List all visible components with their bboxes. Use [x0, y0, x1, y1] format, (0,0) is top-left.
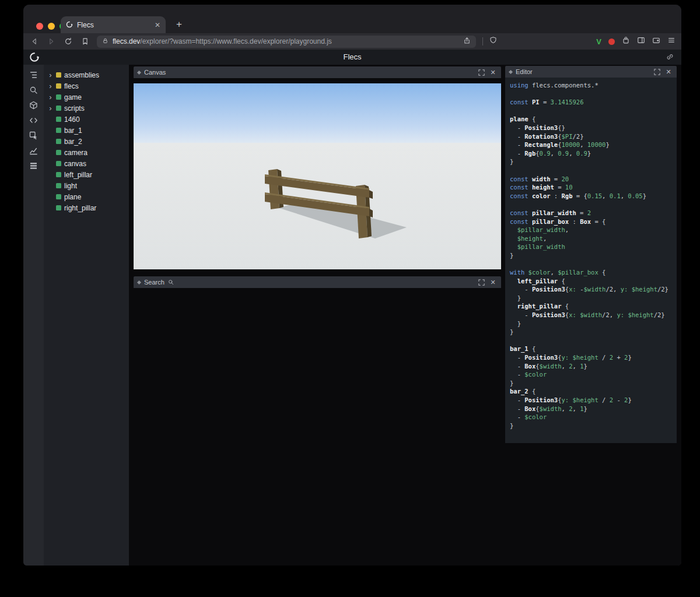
forward-button[interactable] [46, 36, 57, 47]
extension-cluster: V [596, 36, 676, 47]
search-icon[interactable] [27, 85, 41, 94]
code-line: - $color [510, 370, 672, 379]
entity-color-square [56, 150, 61, 155]
tool-sidebar [23, 65, 44, 566]
code-line: } [510, 251, 672, 260]
entity-color-square [56, 183, 61, 188]
expand-arrow-icon[interactable]: › [48, 103, 53, 114]
browser-tab-flecs[interactable]: Flecs ✕ [61, 16, 166, 33]
panel-marker-icon [137, 70, 141, 74]
tree-item-right_pillar[interactable]: right_pillar [44, 202, 129, 213]
search-magnifier-icon [168, 277, 174, 287]
browser-toolbar: flecs.dev/explorer/?wasm=https://www.fle… [23, 33, 681, 50]
lock-icon [102, 36, 108, 47]
code-line: - Rectangle{10000, 10000} [510, 141, 672, 149]
share-link-icon[interactable] [666, 52, 674, 64]
tree-item-bar_1[interactable]: bar_1 [44, 125, 129, 136]
tab-title: Flecs [77, 21, 150, 29]
reload-button[interactable] [63, 36, 74, 47]
canvas-panel-title: Canvas [144, 69, 166, 76]
editor-panel-title: Editor [516, 68, 533, 75]
code-line: plane { [510, 115, 672, 124]
tree-item-plane[interactable]: plane [44, 191, 129, 202]
entity-color-square [56, 139, 61, 144]
share-icon[interactable] [463, 36, 471, 47]
tree-item-game[interactable]: ›game [44, 92, 129, 103]
tree-item-bar_2[interactable]: bar_2 [44, 136, 129, 147]
new-tab-button[interactable]: + [172, 17, 187, 32]
code-line: - Position3{x: -$width/2, y: $height/2} [510, 285, 672, 294]
3d-viewport[interactable] [134, 83, 501, 269]
inspect-icon[interactable] [27, 131, 41, 140]
entity-color-square [56, 94, 61, 100]
tree-item-flecs[interactable]: ›flecs [44, 80, 129, 92]
code-line: - $color [510, 413, 672, 422]
bookmark-icon[interactable] [80, 36, 90, 47]
entity-color-square [56, 161, 61, 166]
tree-item-label: flecs [64, 82, 79, 90]
editor-panel-header[interactable]: Editor ✕ [505, 66, 677, 78]
tab-close-icon[interactable]: ✕ [155, 21, 160, 29]
tree-item-1460[interactable]: 1460 [44, 114, 129, 125]
shield-icon[interactable] [489, 36, 497, 47]
wallet-icon[interactable] [652, 36, 660, 47]
expand-arrow-icon[interactable]: › [48, 80, 53, 92]
search-fullscreen-icon[interactable] [477, 278, 485, 286]
canvas-panel: Canvas ✕ [134, 66, 501, 269]
expand-arrow-icon[interactable]: › [48, 69, 53, 80]
search-panel: Search ✕ [134, 276, 501, 288]
canvas-close-icon[interactable]: ✕ [489, 68, 497, 76]
code-line: const pillar_width = 2 [510, 209, 672, 217]
browser-tab-bar: Flecs ✕ + [23, 5, 681, 33]
editor-close-icon[interactable]: ✕ [664, 68, 673, 76]
menu-icon[interactable] [667, 36, 676, 47]
tree-item-assemblies[interactable]: ›assemblies [44, 69, 129, 80]
code-line: - Box{$width, 2, 1} [510, 405, 672, 413]
editor-code[interactable]: using flecs.components.* const PI = 3.14… [505, 78, 677, 443]
code-line: right_pillar { [510, 302, 672, 311]
stats-icon[interactable] [27, 146, 41, 155]
code-line [510, 200, 672, 209]
entities-cube-icon[interactable] [27, 100, 41, 110]
search-close-icon[interactable]: ✕ [489, 278, 497, 286]
close-window-button[interactable] [36, 23, 43, 30]
tree-item-scripts[interactable]: ›scripts [44, 103, 129, 114]
tree-item-label: 1460 [64, 115, 80, 124]
code-line: with $color, $pillar_box { [510, 268, 672, 277]
back-button[interactable] [29, 36, 40, 47]
code-line: - Box{$width, 2, 1} [510, 362, 672, 371]
extensions-puzzle-icon[interactable] [622, 36, 630, 47]
expand-arrow-icon[interactable]: › [48, 92, 53, 103]
code-line [510, 166, 672, 175]
canvas-fullscreen-icon[interactable] [477, 68, 485, 76]
url-text: flecs.dev/explorer/?wasm=https://www.fle… [113, 37, 459, 45]
extension-red-icon[interactable] [608, 38, 615, 45]
search-panel-header[interactable]: Search ✕ [134, 276, 501, 288]
tree-item-label: camera [64, 149, 88, 157]
code-line [510, 107, 672, 115]
tree-item-left_pillar[interactable]: left_pillar [44, 169, 129, 180]
code-icon[interactable] [27, 115, 41, 125]
tab-favicon-icon [66, 20, 73, 30]
minimize-window-button[interactable] [48, 23, 55, 30]
code-line: - Position3{y: $height / 2 - 2} [510, 396, 672, 405]
url-path: /explorer/?wasm=https://www.flecs.dev/ex… [140, 37, 331, 45]
queries-icon[interactable] [27, 161, 41, 170]
tree-item-canvas[interactable]: canvas [44, 158, 129, 169]
code-line: } [510, 319, 672, 328]
editor-fullscreen-icon[interactable] [653, 68, 661, 76]
canvas-panel-header[interactable]: Canvas ✕ [134, 66, 501, 78]
extension-v-icon[interactable]: V [596, 37, 601, 46]
tree-item-camera[interactable]: camera [44, 147, 129, 158]
content-area: Canvas ✕ [129, 65, 681, 566]
code-line: using flecs.components.* [510, 81, 672, 90]
side-panel-icon[interactable] [637, 36, 645, 47]
code-line [510, 259, 672, 268]
entity-color-square [56, 172, 61, 177]
code-line: const pillar_box : Box = { [510, 217, 672, 226]
entity-tree-icon[interactable] [27, 70, 41, 79]
tree-item-light[interactable]: light [44, 180, 129, 191]
address-bar[interactable]: flecs.dev/explorer/?wasm=https://www.fle… [97, 36, 476, 48]
entity-color-square [56, 117, 61, 122]
main-area: ›assemblies›flecs›game›scripts1460bar_1b… [23, 65, 681, 566]
